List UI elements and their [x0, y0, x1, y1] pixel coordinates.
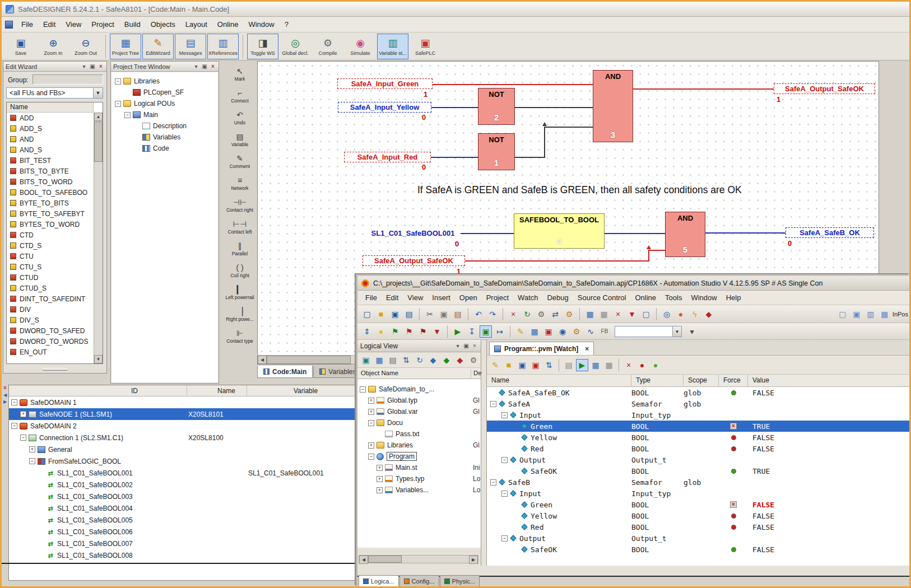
collapse-expander-icon[interactable]: − [11, 399, 17, 405]
more-button[interactable]: ▾ [686, 325, 698, 338]
safeplc-button[interactable]: ▣SafePLC [410, 34, 441, 59]
open-project-button[interactable]: ■ [375, 308, 387, 320]
window-4-button[interactable]: ▦ [879, 308, 891, 320]
scroll-down-icon[interactable]: ▼ [94, 355, 103, 363]
build-button[interactable]: ⚙ [563, 308, 575, 320]
network-tool[interactable]: ≡Network [224, 172, 256, 194]
column-header-type[interactable]: Type [631, 375, 684, 386]
fb-item-dword-to-safed[interactable]: DWORD_TO_SAFED [7, 325, 103, 336]
compile-button[interactable]: ⚙Compile [312, 34, 343, 59]
fbd-block-safebool-to-bool[interactable]: SAFEBOOL_TO_BOOL 4 [514, 213, 605, 249]
save-button[interactable]: ▣Save [5, 34, 36, 59]
sd-menu-edit[interactable]: Edit [38, 18, 61, 31]
expand-expander-icon[interactable]: + [368, 398, 374, 404]
fb-filter-dropdown[interactable]: <all FUs and FBs> ▼ [6, 87, 103, 99]
fbd-block-not-2[interactable]: NOT 2 [478, 88, 515, 125]
fb-item-bool-to-safeboo[interactable]: BOOL_TO_SAFEBOO [7, 187, 103, 198]
contact-left-tool[interactable]: ⊢⊣Contact left [224, 216, 256, 238]
logical-view-hscrollbar[interactable]: ◀ ▶ [359, 555, 478, 563]
global-decl-button[interactable]: ◎Global decl. [280, 34, 311, 59]
watch-row-yellow[interactable]: YellowBOOLFALSE [487, 510, 909, 521]
as-menu-online[interactable]: Online [631, 292, 661, 304]
undo-tool[interactable]: ↶Undo [224, 107, 256, 129]
fb-item-ctu-s[interactable]: CTU_S [7, 262, 103, 272]
cut-button[interactable]: ✂ [424, 308, 436, 320]
note-button[interactable]: ✎ [514, 325, 527, 338]
collapse-expander-icon[interactable]: − [501, 457, 508, 463]
fb-item-byte-to-safebyt[interactable]: BYTE_TO_SAFEBYT [7, 208, 103, 219]
lv-item-global-typ[interactable]: +Global.typGl [357, 395, 481, 406]
as-menu-source-control[interactable]: Source Control [573, 292, 631, 304]
as-menu-edit[interactable]: Edit [382, 292, 403, 304]
expand-view-button[interactable]: ⇕ [361, 325, 373, 338]
save-button[interactable]: ▣ [516, 359, 528, 371]
as-menu-view[interactable]: View [403, 292, 427, 304]
remove-button[interactable]: × [612, 308, 624, 320]
copy-button[interactable]: ▣ [438, 308, 450, 320]
link-button[interactable]: ◆ [427, 354, 439, 366]
fbd-var-safea-safeb-ok[interactable]: SafeA_SafeB_OK [785, 227, 874, 238]
view-tab-logica[interactable]: Logica... [359, 575, 399, 586]
scroll-left-icon[interactable]: ◀ [359, 556, 368, 564]
insert-table-button[interactable]: ▦ [598, 308, 610, 320]
left-powerrail-tool[interactable]: ▎Left powerrail [224, 282, 256, 304]
fb-item-byte-to-bits[interactable]: BYTE_TO_BITS [7, 198, 103, 208]
filter-button[interactable]: ▼ [431, 325, 443, 338]
collapse-expander-icon[interactable]: − [124, 112, 131, 118]
diagnostics-button[interactable]: ◆ [703, 308, 715, 320]
collapse-expander-icon[interactable]: − [501, 535, 508, 542]
scrollbar-thumb[interactable] [368, 556, 402, 563]
column-divider[interactable] [187, 385, 187, 396]
window-3-button[interactable]: ▥ [864, 308, 877, 320]
fb-item-ctud-s[interactable]: CTUD_S [7, 283, 103, 293]
tree-item-code[interactable]: Code [111, 143, 218, 154]
scroll-right-icon[interactable]: ▶ [469, 556, 478, 564]
parallel-tool[interactable]: ∥Parallel [224, 238, 256, 260]
fb-item-and[interactable]: AND [7, 134, 103, 144]
as-menu-window[interactable]: Window [686, 292, 721, 304]
sd-menu-help[interactable]: ? [280, 18, 294, 31]
as-menu-help[interactable]: Help [722, 292, 746, 304]
insert-variable-button[interactable]: ▦ [589, 359, 602, 371]
grid-button[interactable]: ▦ [373, 354, 385, 366]
pin-icon[interactable]: ▣ [201, 63, 208, 69]
tree-item-libraries[interactable]: −Libraries [111, 76, 218, 87]
add-object-button[interactable]: ◆ [440, 354, 453, 366]
grid-button[interactable]: ▦ [603, 359, 615, 371]
collapse-expander-icon[interactable]: − [368, 454, 374, 460]
as-menu-tools[interactable]: Tools [661, 292, 686, 304]
close-icon[interactable]: × [3, 385, 7, 391]
fbd-comment[interactable]: If SafeA is GREEN and SafeB is GREEN, th… [417, 184, 742, 196]
column-header-description[interactable]: De [471, 370, 482, 379]
watch-row-safea[interactable]: −SafeASemaforglob [487, 398, 909, 409]
as-menu-project[interactable]: Project [482, 292, 513, 304]
sd-menu-view[interactable]: View [61, 18, 86, 31]
dock-arrow-icon[interactable]: ▾ [193, 63, 199, 69]
refresh-button[interactable]: ↻ [521, 308, 533, 320]
variable-tool[interactable]: ▤Variable [224, 129, 256, 151]
pin-icon[interactable]: ▣ [463, 343, 470, 349]
tree-item-description[interactable]: Description [111, 120, 218, 132]
lv-item-variables[interactable]: +Variables...Lo [357, 484, 481, 496]
document-button[interactable]: ▤ [563, 359, 575, 371]
run-button[interactable]: ▶ [452, 325, 464, 338]
fb-item-div-s[interactable]: DIV_S [7, 315, 103, 325]
monitor-button[interactable]: ▣ [360, 354, 372, 366]
expand-expander-icon[interactable]: + [377, 465, 383, 471]
expand-expander-icon[interactable]: + [377, 487, 383, 493]
column-header-scope[interactable]: Scope [684, 375, 719, 386]
monitor-button[interactable]: ▶ [576, 359, 588, 371]
watch-row-input[interactable]: −InputInput_typ [487, 409, 909, 421]
fbd-block-and-5[interactable]: AND 5 [665, 212, 705, 257]
tab-variables[interactable]: Variables [313, 366, 362, 378]
collapse-expander-icon[interactable]: − [501, 412, 508, 418]
close-icon[interactable]: × [97, 63, 104, 69]
scroll-right-icon[interactable]: ▶ [3, 399, 7, 404]
target-combobox[interactable]: ▾ [615, 326, 682, 337]
fb-item-en-out[interactable]: EN_OUT [7, 347, 103, 357]
expand-expander-icon[interactable]: + [29, 446, 35, 452]
fb-item-bit-test[interactable]: BIT_TEST [7, 155, 103, 166]
column-divider[interactable] [247, 385, 247, 396]
as-menu-file[interactable]: File [361, 292, 382, 304]
dropdown-arrow-icon[interactable]: ▼ [93, 88, 103, 98]
